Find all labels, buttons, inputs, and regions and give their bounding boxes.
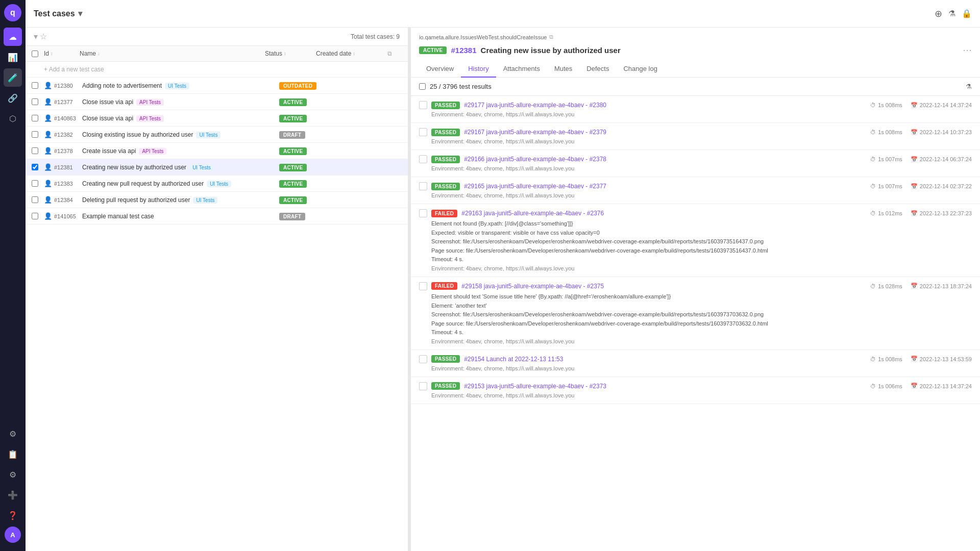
copy-icon[interactable]: ⧉ [387,50,402,57]
add-test-row[interactable]: + Add a new test case [26,62,408,78]
row-checkbox[interactable] [32,213,44,219]
collapse-icon[interactable]: ▾ [34,32,38,41]
test-tag: UI Tests [193,197,217,204]
results-select-all[interactable] [419,83,426,90]
row-status-badge: ACTIVE [279,147,307,155]
test-row[interactable]: 👤 #12382 Closing existing issue by autho… [26,127,408,143]
col-header-id[interactable]: Id ↕ [44,50,80,57]
result-date: 📅 2022-12-13 22:37:23 [911,210,972,217]
row-id: #12378 [54,148,82,154]
row-status-badge: DRAFT [279,213,305,220]
tab-attachments[interactable]: Attachments [496,61,547,78]
row-status-badge: ACTIVE [279,98,307,106]
col-header-name[interactable]: Name ↓ [80,50,265,57]
page-title: Test cases [34,9,75,18]
add-icon[interactable]: ⊕ [935,8,942,19]
result-error: Element should text 'Some issue title he… [419,292,972,337]
test-tag: API Tests [136,115,164,122]
result-checkbox[interactable] [419,209,427,217]
date-sort-icon: ↕ [353,51,355,56]
row-user-icon: 👤 [44,114,52,122]
id-sort-icon: ↕ [51,51,53,56]
sidebar-item-help[interactable]: ❓ [4,506,22,524]
row-name: Close issue via apiAPI Tests [82,115,279,122]
dropdown-icon[interactable]: ▾ [78,9,82,18]
user-avatar[interactable]: A [5,527,21,543]
row-checkbox[interactable] [32,164,44,170]
test-row[interactable]: 👤 #12377 Close issue via apiAPI Tests AC… [26,94,408,110]
detail-id: #12381 [451,46,476,55]
test-row[interactable]: 👤 #12383 Creating new pull request by au… [26,176,408,192]
row-user-icon: 👤 [44,163,52,171]
row-checkbox[interactable] [32,115,44,121]
name-sort-icon: ↓ [97,51,100,56]
tab-change-log[interactable]: Change log [616,61,665,78]
test-row[interactable]: 👤 #12380 Adding note to advertisementUI … [26,78,408,94]
result-link[interactable]: #29167 java-junit5-allure-example-ae-4ba… [464,129,606,136]
header-icons: ⊕ ⚗ 🔒 [935,8,972,19]
row-status-cell: OUTDATED [279,82,330,89]
star-icon[interactable]: ☆ [40,32,47,41]
row-checkbox[interactable] [32,131,44,138]
row-checkbox[interactable] [32,82,44,89]
row-user-icon: 👤 [44,147,52,155]
row-checkbox[interactable] [32,196,44,203]
row-checkbox[interactable] [32,147,44,154]
app-logo[interactable]: q [4,4,21,21]
clock-icon: ⏱ [870,283,876,289]
tab-history[interactable]: History [461,61,496,78]
result-link[interactable]: #29177 java-junit5-allure-example-ae-4ba… [464,102,606,109]
col-header-status[interactable]: Status ↕ [265,50,316,57]
test-row[interactable]: 👤 #140863 Close issue via apiAPI Tests A… [26,110,408,127]
result-checkbox[interactable] [419,101,427,109]
result-link[interactable]: #29153 java-junit5-allure-example-ae-4ba… [464,383,606,390]
result-checkbox[interactable] [419,282,427,290]
tab-overview[interactable]: Overview [419,61,461,78]
row-checkbox[interactable] [32,180,44,187]
result-link[interactable]: #29154 Launch at 2022-12-13 11:53 [464,356,563,363]
sidebar-item-home[interactable]: ☁ [4,28,22,46]
test-row[interactable]: 👤 #141065 Example manual test case DRAFT [26,208,408,224]
test-row[interactable]: 👤 #12384 Deleting pull request by author… [26,192,408,208]
sidebar-item-testcases[interactable]: 🧪 [4,68,22,87]
result-checkbox[interactable] [419,355,427,363]
sidebar-item-settings[interactable]: ⚙ [4,424,22,443]
sidebar-item-config[interactable]: ⚙ [4,465,22,484]
result-env: Environment: 4baev, chrome, https://i.wi… [419,365,972,371]
col-header-date[interactable]: Created date ↕ [316,50,387,57]
results-count: 25 / 3796 test results [430,83,492,90]
row-status-cell: ACTIVE [279,147,330,155]
lock-icon[interactable]: 🔒 [962,9,972,18]
result-header: PASSED #29153 java-junit5-allure-example… [419,382,972,390]
tab-defects[interactable]: Defects [579,61,616,78]
result-item: PASSED #29165 java-junit5-allure-example… [411,177,980,204]
clock-icon: ⏱ [870,156,876,162]
sidebar-item-reports[interactable]: 📋 [4,445,22,463]
result-link[interactable]: #29158 java-junit5-allure-example-ae-4ba… [461,283,604,290]
result-link[interactable]: #29165 java-junit5-allure-example-ae-4ba… [464,183,606,190]
result-link[interactable]: #29163 java-junit5-allure-example-ae-4ba… [461,210,604,217]
row-user-icon: 👤 [44,82,52,89]
sidebar-item-defects[interactable]: ⬡ [4,109,22,128]
tab-mutes[interactable]: Mutes [547,61,579,78]
row-name: Creating new pull request by authorized … [82,180,279,187]
result-checkbox[interactable] [419,382,427,390]
result-env: Environment: 4baev, chrome, https://i.wi… [419,192,972,198]
result-link[interactable]: #29166 java-junit5-allure-example-ae-4ba… [464,156,606,163]
result-checkbox[interactable] [419,128,427,136]
result-checkbox[interactable] [419,155,427,163]
row-id: #12380 [54,83,82,89]
test-row[interactable]: 👤 #12378 Create issue via apiAPI Tests A… [26,143,408,159]
row-status-badge: ACTIVE [279,196,307,204]
select-all-checkbox[interactable] [32,51,44,57]
sidebar-item-launches[interactable]: 🔗 [4,89,22,107]
sidebar-item-add[interactable]: ➕ [4,486,22,504]
sidebar-item-dashboard[interactable]: 📊 [4,48,22,66]
result-checkbox[interactable] [419,182,427,190]
row-checkbox[interactable] [32,98,44,105]
copy-path-icon[interactable]: ⧉ [549,34,553,40]
more-options-icon[interactable]: ⋯ [963,44,972,56]
filter-icon[interactable]: ⚗ [948,9,955,18]
test-row[interactable]: 👤 #12381 Creating new issue by authorize… [26,159,408,176]
results-filter-icon[interactable]: ⚗ [966,83,972,90]
